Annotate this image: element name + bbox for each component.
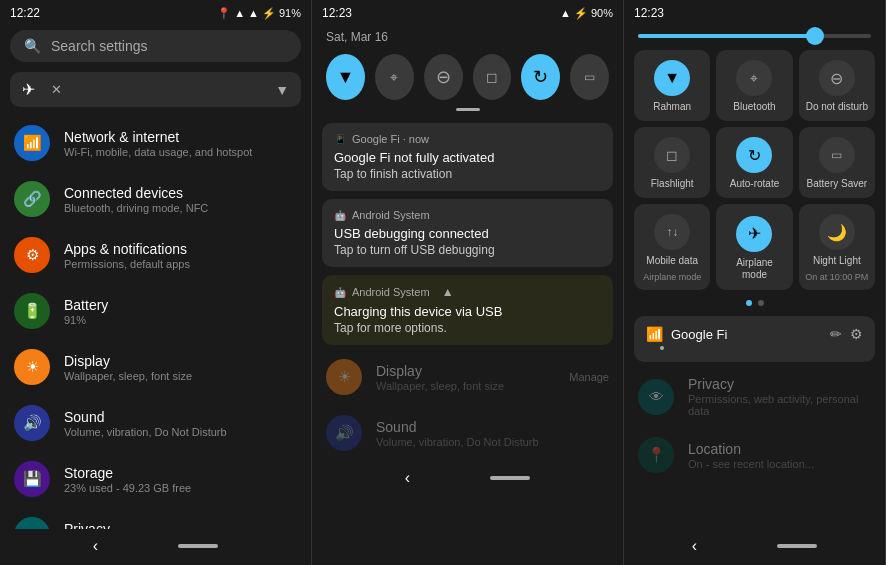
p3-dimmed-location: 📍 Location On - see recent location...	[624, 427, 885, 483]
qs-tile-batterysaver[interactable]: ▭ Battery Saver	[799, 127, 875, 198]
qs-flashlight-label: Flashlight	[651, 178, 694, 190]
status-icons-2: ▲ ⚡ 90%	[560, 7, 613, 20]
storage-subtitle: 23% used - 49.23 GB free	[64, 482, 297, 494]
back-button-2[interactable]: ‹	[405, 469, 410, 487]
search-bar[interactable]: 🔍 Search settings	[10, 30, 301, 62]
battery-pct-1: 91%	[279, 7, 301, 19]
battery-icon: 🔋	[23, 302, 42, 320]
qs-tile-airplanemode[interactable]: ✈ Airplane mode	[716, 204, 792, 290]
collapse-icon[interactable]: ▲	[442, 285, 454, 299]
back-button-3[interactable]: ‹	[692, 537, 697, 555]
qs-bluetooth-icon: ⌖	[736, 60, 772, 96]
qs-battery-btn[interactable]: ▭	[570, 54, 609, 100]
notif-swipe-indicator	[456, 108, 480, 111]
connected-icon-bg: 🔗	[14, 181, 50, 217]
qs-dnd-btn[interactable]: ⊖	[424, 54, 463, 100]
qs-batterysaver-label: Battery Saver	[807, 178, 868, 190]
sound-subtitle: Volume, vibration, Do Not Disturb	[64, 426, 297, 438]
panel-settings: 12:22 📍 ▲ ▲ ⚡ 91% 🔍 Search settings ✈ ✕ …	[0, 0, 312, 565]
settings-item-sound[interactable]: 🔊 Sound Volume, vibration, Do Not Distur…	[0, 395, 311, 451]
qs-tile-bluetooth[interactable]: ⌖ Bluetooth	[716, 50, 792, 121]
notif-header-charging: 🤖 Android System ▲	[334, 285, 601, 299]
dimmed-settings-behind: ☀ Display Wallpaper, sleep, font size Ma…	[312, 349, 623, 461]
storage-icon-bg: 💾	[14, 461, 50, 497]
googlefi-body: Tap to finish activation	[334, 167, 601, 181]
home-indicator-1[interactable]	[178, 544, 218, 548]
qs-close-icon[interactable]: ✕	[51, 82, 62, 97]
manage-label: Manage	[569, 371, 609, 383]
network-settings-icon[interactable]: ⚙	[850, 326, 863, 342]
qs-wifi-btn[interactable]: ▼	[326, 54, 365, 100]
signal-icon-2: ▲	[560, 7, 571, 19]
qs-airplane-icon: ✈	[736, 216, 772, 252]
nav-bar-1: ‹	[0, 529, 311, 565]
chevron-down-icon[interactable]: ▼	[275, 82, 289, 98]
settings-item-display[interactable]: ☀ Display Wallpaper, sleep, font size	[0, 339, 311, 395]
status-time-2: 12:23	[322, 6, 352, 20]
sound-text: Sound Volume, vibration, Do Not Disturb	[64, 409, 297, 438]
connected-text: Connected devices Bluetooth, driving mod…	[64, 185, 297, 214]
status-bar-2: 12:23 ▲ ⚡ 90%	[312, 0, 623, 24]
storage-icon: 💾	[23, 470, 42, 488]
usb-charging-title: Charging this device via USB	[334, 304, 601, 319]
qs-rahman-label: Rahman	[653, 101, 691, 113]
notif-header-googlefi: 📱 Google Fi · now	[334, 133, 601, 145]
qs-bt-btn[interactable]: ⌖	[375, 54, 414, 100]
storage-title: Storage	[64, 465, 297, 481]
p3-privacy-title: Privacy	[688, 376, 871, 392]
dimmed-sound-text: Sound Volume, vibration, Do Not Disturb	[376, 419, 609, 448]
sound-icon: 🔊	[23, 414, 42, 432]
qs-flash-btn[interactable]: ◻	[473, 54, 512, 100]
notif-header-usb: 🤖 Android System	[334, 209, 601, 221]
privacy-title: Privacy	[64, 521, 297, 530]
qs-tile-autorotate[interactable]: ↻ Auto-rotate	[716, 127, 792, 198]
notification-date: Sat, Mar 16	[312, 24, 623, 48]
panel-notifications: 12:23 ▲ ⚡ 90% Sat, Mar 16 ▼ ⌖ ⊖ ◻ ↻ ▭ 📱 …	[312, 0, 624, 565]
battery-pct-2: 90%	[591, 7, 613, 19]
qs-tile-flashlight[interactable]: ◻ Flashlight	[634, 127, 710, 198]
notif-usb-debug[interactable]: 🤖 Android System USB debugging connected…	[322, 199, 613, 267]
battery-subtitle: 91%	[64, 314, 297, 326]
notif-googlefi[interactable]: 📱 Google Fi · now Google Fi not fully ac…	[322, 123, 613, 191]
notif-usb-charging[interactable]: 🤖 Android System ▲ Charging this device …	[322, 275, 613, 345]
qs-tile-dnd[interactable]: ⊖ Do not disturb	[799, 50, 875, 121]
settings-item-privacy[interactable]: 👁 Privacy Permissions, web activity, per…	[0, 507, 311, 529]
battery-text: Battery 91%	[64, 297, 297, 326]
settings-item-connected[interactable]: 🔗 Connected devices Bluetooth, driving m…	[0, 171, 311, 227]
connected-icon: 🔗	[23, 190, 42, 208]
network-edit-icon[interactable]: ✏	[830, 326, 842, 342]
qs-grid: ▼ Rahman ⌖ Bluetooth ⊖ Do not disturb ◻ …	[624, 44, 885, 296]
network-signal-icon: 📶	[646, 326, 663, 342]
qs-rahman-icon: ▼	[654, 60, 690, 96]
quick-toggle-row[interactable]: ✈ ✕ ▼	[10, 72, 301, 107]
dimmed-display-title: Display	[376, 363, 555, 379]
qs-nightlight-label: Night Light	[813, 255, 861, 267]
brightness-slider[interactable]	[638, 34, 871, 38]
panel-quick-settings: 12:23 ▼ Rahman ⌖ Bluetooth ⊖ Do not dist…	[624, 0, 886, 565]
qs-tile-rahman[interactable]: ▼ Rahman	[634, 50, 710, 121]
home-indicator-3[interactable]	[777, 544, 817, 548]
battery-icon-bg: 🔋	[14, 293, 50, 329]
qs-mobiledata-label: Mobile data	[646, 255, 698, 267]
usb-debug-body: Tap to turn off USB debugging	[334, 243, 601, 257]
home-indicator-2[interactable]	[490, 476, 530, 480]
airplane-toggle-icon[interactable]: ✈	[22, 80, 35, 99]
brightness-control[interactable]	[624, 24, 885, 44]
settings-item-storage[interactable]: 💾 Storage 23% used - 49.23 GB free	[0, 451, 311, 507]
qs-autorotate-label: Auto-rotate	[730, 178, 779, 190]
settings-item-battery[interactable]: 🔋 Battery 91%	[0, 283, 311, 339]
dimmed-display-text: Display Wallpaper, sleep, font size	[376, 363, 555, 392]
apps-icon-bg: ⚙	[14, 237, 50, 273]
qs-tile-mobiledata[interactable]: ↑↓ Mobile data Airplane mode	[634, 204, 710, 290]
network-icon: 📶	[23, 134, 42, 152]
back-button-1[interactable]: ‹	[93, 537, 98, 555]
settings-item-network[interactable]: 📶 Network & internet Wi-Fi, mobile, data…	[0, 115, 311, 171]
settings-item-apps[interactable]: ⚙ Apps & notifications Permissions, defa…	[0, 227, 311, 283]
qs-airplane-label: Airplane mode	[722, 257, 786, 281]
qs-rotate-btn[interactable]: ↻	[521, 54, 560, 100]
status-time-1: 12:22	[10, 6, 40, 20]
dimmed-display-item: ☀ Display Wallpaper, sleep, font size Ma…	[312, 349, 623, 405]
qs-tile-nightlight[interactable]: 🌙 Night Light On at 10:00 PM	[799, 204, 875, 290]
search-icon: 🔍	[24, 38, 41, 54]
qs-dnd-icon: ⊖	[819, 60, 855, 96]
